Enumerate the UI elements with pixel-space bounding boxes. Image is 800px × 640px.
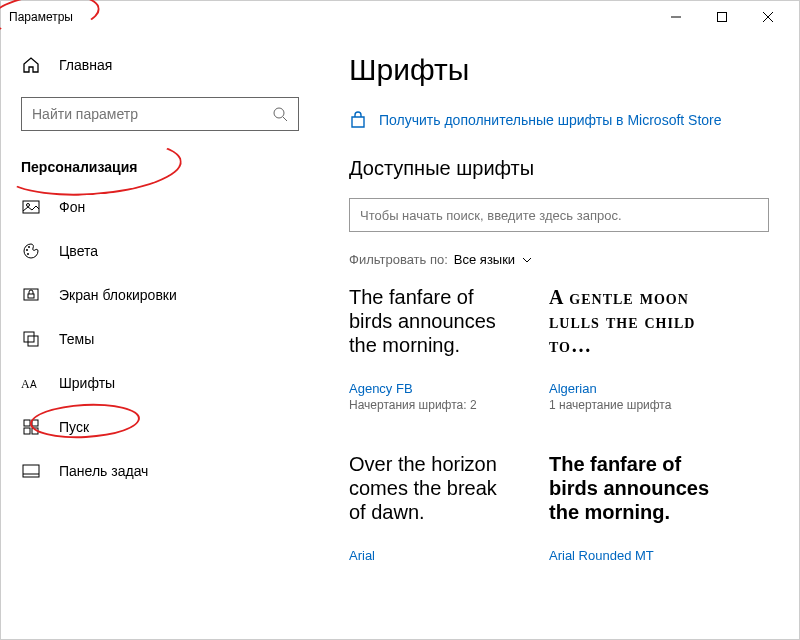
font-card-arial[interactable]: Over the horizon comes the break of dawn… (349, 452, 519, 565)
font-preview: A gentle moon lulls the child to… (549, 285, 719, 373)
picture-icon (21, 197, 41, 217)
lockscreen-icon (21, 285, 41, 305)
available-fonts-heading: Доступные шрифты (349, 157, 769, 180)
filter-row[interactable]: Фильтровать по: Все языки (349, 252, 769, 267)
svg-rect-21 (23, 465, 39, 477)
filter-label: Фильтровать по: (349, 252, 448, 267)
svg-text:A: A (30, 379, 37, 390)
window-title: Параметры (9, 10, 73, 24)
nav-label: Фон (59, 199, 85, 215)
svg-point-9 (28, 246, 30, 248)
svg-point-8 (26, 249, 28, 251)
themes-icon (21, 329, 41, 349)
nav-label: Шрифты (59, 375, 115, 391)
sidebar-item-background[interactable]: Фон (21, 185, 299, 229)
svg-rect-19 (24, 428, 30, 434)
nav-label: Цвета (59, 243, 98, 259)
store-icon (349, 111, 367, 129)
font-search-box[interactable] (349, 198, 769, 232)
sidebar: Главная Персонализация Фон Цвета Экран б… (1, 33, 319, 639)
svg-point-10 (27, 253, 29, 255)
font-preview: The fanfare of birds announces the morni… (549, 452, 719, 540)
font-card-arial-rounded[interactable]: The fanfare of birds announces the morni… (549, 452, 719, 565)
start-icon (21, 417, 41, 437)
search-box[interactable] (21, 97, 299, 131)
nav-label: Темы (59, 331, 94, 347)
svg-rect-13 (24, 332, 34, 342)
filter-value: Все языки (454, 252, 515, 267)
home-icon (21, 55, 41, 75)
page-heading: Шрифты (349, 53, 769, 87)
section-title: Персонализация (21, 159, 299, 175)
sidebar-item-themes[interactable]: Темы (21, 317, 299, 361)
home-nav[interactable]: Главная (21, 43, 299, 87)
store-link[interactable]: Получить дополнительные шрифты в Microso… (349, 111, 769, 129)
font-card-agency-fb[interactable]: The fanfare of birds announces the morni… (349, 285, 519, 412)
sidebar-item-fonts[interactable]: AA Шрифты (21, 361, 299, 405)
sidebar-item-taskbar[interactable]: Панель задач (21, 449, 299, 493)
font-name: Agency FB (349, 381, 519, 396)
svg-rect-14 (28, 336, 38, 346)
svg-rect-12 (28, 294, 34, 298)
font-card-algerian[interactable]: A gentle moon lulls the child to… Algeri… (549, 285, 719, 412)
chevron-down-icon (521, 254, 533, 266)
font-preview: Over the horizon comes the break of dawn… (349, 452, 519, 540)
nav-label: Экран блокировки (59, 287, 177, 303)
home-label: Главная (59, 57, 112, 73)
nav-label: Панель задач (59, 463, 148, 479)
titlebar: Параметры (1, 1, 799, 33)
main-panel: Шрифты Получить дополнительные шрифты в … (319, 33, 799, 639)
store-link-text: Получить дополнительные шрифты в Microso… (379, 112, 722, 128)
search-input[interactable] (32, 106, 272, 122)
maximize-button[interactable] (699, 1, 745, 33)
sidebar-item-colors[interactable]: Цвета (21, 229, 299, 273)
font-grid: The fanfare of birds announces the morni… (349, 285, 769, 565)
nav-label: Пуск (59, 419, 89, 435)
close-button[interactable] (745, 1, 791, 33)
search-icon (272, 106, 288, 122)
svg-rect-17 (24, 420, 30, 426)
minimize-button[interactable] (653, 1, 699, 33)
sidebar-item-lockscreen[interactable]: Экран блокировки (21, 273, 299, 317)
font-preview: The fanfare of birds announces the morni… (349, 285, 519, 373)
svg-point-7 (27, 204, 30, 207)
font-name: Arial (349, 548, 519, 563)
font-meta: Начертания шрифта: 2 (349, 398, 519, 412)
svg-point-4 (274, 108, 284, 118)
font-name: Arial Rounded MT (549, 548, 719, 563)
palette-icon (21, 241, 41, 261)
font-meta: 1 начертание шрифта (549, 398, 719, 412)
svg-rect-1 (718, 13, 727, 22)
svg-line-5 (283, 117, 287, 121)
svg-text:A: A (21, 377, 30, 391)
svg-rect-20 (32, 428, 38, 434)
taskbar-icon (21, 461, 41, 481)
font-search-input[interactable] (360, 208, 758, 223)
settings-window: Параметры Главная Персонализация (0, 0, 800, 640)
font-name: Algerian (549, 381, 719, 396)
svg-rect-18 (32, 420, 38, 426)
sidebar-item-start[interactable]: Пуск (21, 405, 299, 449)
fonts-icon: AA (21, 373, 41, 393)
